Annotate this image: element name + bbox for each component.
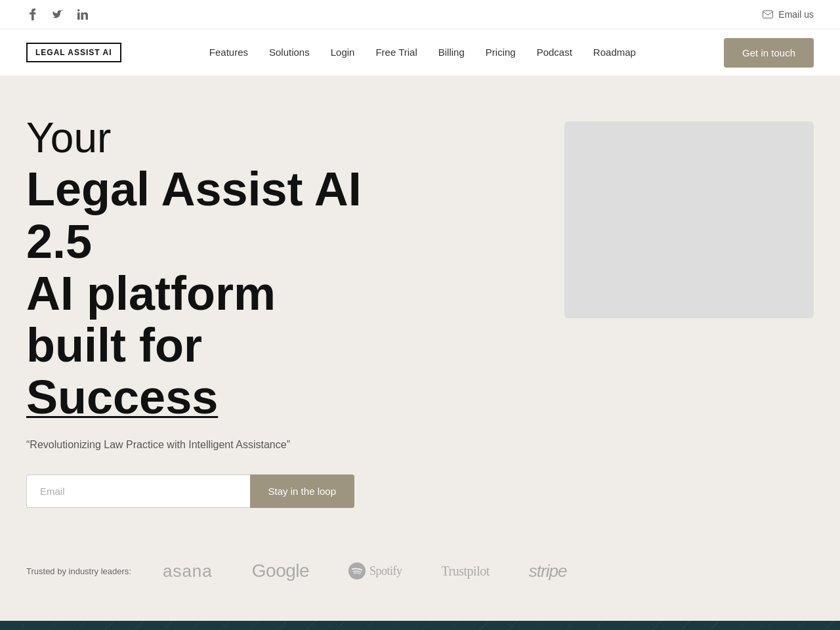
top-bar: Email us (0, 0, 840, 30)
hero-image-placeholder (564, 121, 814, 318)
asana-logo: asana (163, 561, 213, 581)
hero-title-built-for: built for (26, 319, 202, 371)
stripe-logo: stripe (529, 561, 567, 581)
bottom-section: Experience Legal “Legal Assist AI is an … (0, 621, 840, 630)
nav-solutions[interactable]: Solutions (269, 47, 310, 58)
social-icons (26, 8, 89, 21)
twitter-icon[interactable] (51, 8, 64, 21)
spotify-logo: Spotify (348, 562, 402, 579)
nav-pricing[interactable]: Pricing (486, 47, 516, 58)
navbar: LEGAL ASSIST AI Features Solutions Login… (0, 30, 840, 75)
get-in-touch-button[interactable]: Get in touch (724, 38, 814, 68)
nav-features[interactable]: Features (209, 47, 248, 58)
trust-logos: asana Google Spotify Trustpilot stripe (163, 560, 814, 581)
trustpilot-logo: Trustpilot (442, 564, 490, 579)
nav-billing[interactable]: Billing (438, 47, 465, 58)
email-input[interactable] (26, 474, 250, 508)
linkedin-icon[interactable] (76, 8, 89, 21)
trust-bar: Trusted by industry leaders: asana Googl… (0, 534, 840, 621)
hero-left: Your Legal Assist AI 2.5 AI platform bui… (26, 115, 394, 508)
hero-title-success: built for Success (26, 320, 394, 423)
nav-login[interactable]: Login (331, 47, 355, 58)
svg-rect-0 (77, 12, 80, 20)
trust-label: Trusted by industry leaders: (26, 566, 131, 576)
facebook-icon[interactable] (26, 8, 39, 21)
hero-title-brand: Legal Assist AI 2.5 (26, 163, 394, 267)
nav-free-trial[interactable]: Free Trial (375, 47, 417, 58)
hero-title-success-word: Success (26, 371, 218, 423)
email-link[interactable]: Email us (763, 9, 814, 20)
hero-title-your: Your (26, 115, 394, 161)
email-form: Stay in the loop (26, 474, 354, 508)
hero-subtitle: “Revolutionizing Law Practice with Intel… (26, 439, 394, 451)
hero-section: Your Legal Assist AI 2.5 AI platform bui… (0, 75, 840, 534)
hero-title: Your Legal Assist AI 2.5 AI platform bui… (26, 115, 394, 423)
svg-rect-2 (763, 11, 773, 18)
nav-podcast[interactable]: Podcast (537, 47, 572, 58)
hero-title-platform: AI platform (26, 268, 394, 320)
svg-point-1 (77, 9, 80, 12)
google-logo: Google (252, 560, 309, 581)
nav-links: Features Solutions Login Free Trial Bill… (209, 47, 636, 58)
email-link-text: Email us (778, 9, 814, 20)
logo: LEGAL ASSIST AI (26, 43, 121, 62)
nav-roadmap[interactable]: Roadmap (593, 47, 636, 58)
stay-in-loop-button[interactable]: Stay in the loop (250, 474, 354, 508)
